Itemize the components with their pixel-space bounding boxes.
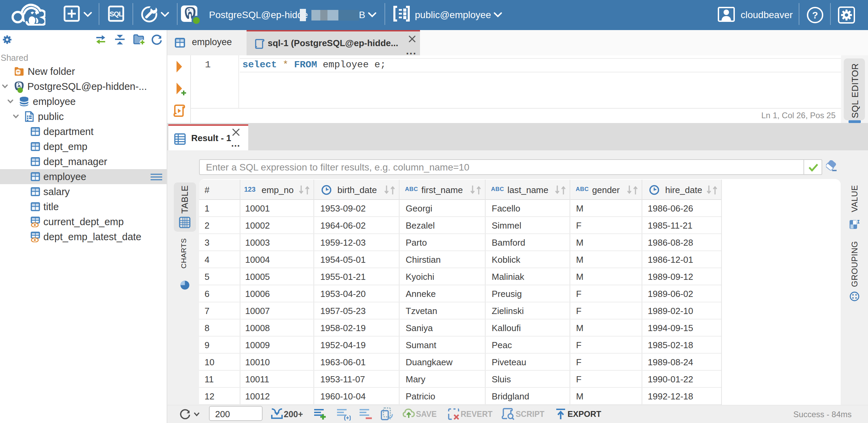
svg-text:(+): (+) [344, 414, 351, 421]
svg-text:SQL: SQL [110, 10, 123, 18]
svg-text:?: ? [812, 10, 818, 21]
